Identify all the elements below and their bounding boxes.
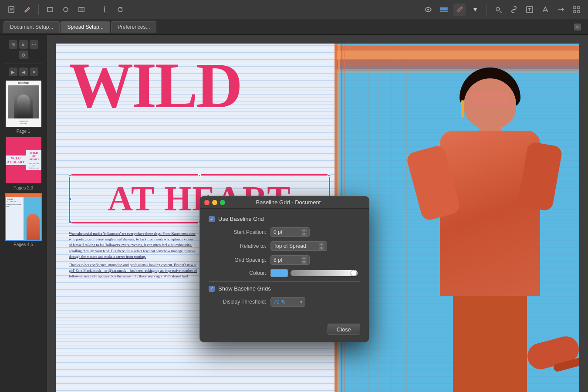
- sidebar-thumbnails: ⊞ ≡ ⋯ ⚙ ▶ ◀ ✕ FEINDRE DESIGNER: [0, 35, 47, 392]
- sidebar-tool-options[interactable]: ⋯: [30, 40, 38, 49]
- arrow-icon[interactable]: [555, 3, 567, 16]
- start-position-stepper[interactable]: ▲ ▼: [301, 229, 307, 236]
- dialog-divider-1: [209, 281, 360, 282]
- tab-preferences[interactable]: Preferences...: [111, 21, 157, 33]
- start-position-input[interactable]: 0 pt ▲ ▼: [270, 227, 310, 237]
- link-icon[interactable]: [508, 3, 520, 16]
- dropdown-arrow-icon: ▾: [300, 300, 302, 304]
- document-icon[interactable]: [5, 3, 17, 16]
- grid-spacing-input[interactable]: 8 pt ▲ ▼: [270, 255, 310, 265]
- thumb-page1-content: FEINDRE DESIGNER SPECIAL: [6, 81, 41, 127]
- path-icon[interactable]: [539, 3, 551, 16]
- thumb-wrapper-pages23: WILDAT HEART Text text text texttext tex…: [5, 136, 42, 184]
- stepper-down[interactable]: ▼: [301, 233, 307, 236]
- relative-to-stepper-down[interactable]: ▼: [319, 247, 324, 250]
- grid-spacing-row: Grid Spacing: 8 pt ▲ ▼: [209, 255, 360, 265]
- annotate-dropdown-icon[interactable]: ▾: [469, 3, 481, 16]
- relative-to-row: Relative to: Top of Spread ▲ ▼: [209, 241, 360, 251]
- relative-to-stepper[interactable]: ▲ ▼: [319, 243, 324, 250]
- show-baseline-grids-row: ✓ Show Baseline Grids: [209, 285, 360, 292]
- sidebar-tool-list[interactable]: ≡: [19, 40, 28, 49]
- svg-point-4: [104, 6, 105, 7]
- opacity-slider[interactable]: [291, 270, 358, 276]
- sidebar-tool-2c[interactable]: ✕: [30, 68, 38, 76]
- sidebar-tool-2b[interactable]: ◀: [19, 68, 28, 76]
- selection-handle-tm[interactable]: [198, 174, 201, 177]
- svg-rect-6: [440, 7, 448, 9]
- svg-point-5: [427, 9, 429, 10]
- vline-10: [406, 44, 407, 392]
- panel-options-icon[interactable]: ≡: [574, 24, 581, 30]
- selection-handle-tl[interactable]: [69, 174, 71, 177]
- display-threshold-label: Display Threshold:: [218, 299, 266, 305]
- relative-to-dropdown[interactable]: Top of Spread ▲ ▼: [270, 241, 327, 251]
- earring: [461, 100, 464, 118]
- thumb-orange-top: [6, 194, 41, 197]
- grid-spacing-stepper-up[interactable]: ▲: [301, 257, 307, 260]
- thumb-label-pages45: Pages 4,5: [14, 242, 33, 247]
- dialog-body: ✓ Use Baseline Grid Start Position: 0 pt…: [200, 209, 369, 320]
- eraser-icon[interactable]: [21, 3, 33, 16]
- person-arm-right: [517, 141, 563, 212]
- close-button-red[interactable]: [204, 200, 210, 205]
- thumbnail-pages45[interactable]: WILDAT HEART Lorem ipsum text content he…: [4, 193, 43, 247]
- thumb-brand: FEINDRE: [7, 82, 40, 84]
- rotate-icon[interactable]: [114, 3, 126, 16]
- selection-handle-bl[interactable]: [69, 221, 71, 223]
- colour-row: Colour:: [209, 269, 360, 277]
- person-arm-left: [406, 144, 461, 222]
- svg-rect-7: [440, 9, 448, 10]
- rectangle-icon[interactable]: [44, 3, 56, 16]
- thumbnail-page1[interactable]: FEINDRE DESIGNER SPECIAL Page 1: [4, 80, 43, 134]
- selection-handle-tr[interactable]: [328, 174, 330, 177]
- cross-icon[interactable]: [75, 3, 88, 16]
- selection-handle-ml[interactable]: [69, 198, 71, 200]
- relative-to-stepper-up[interactable]: ▲: [319, 243, 324, 246]
- svg-rect-12: [578, 7, 580, 9]
- tab-bar: Document Setup... Spread Setup... Prefer…: [0, 19, 588, 35]
- sidebar-tool-2a[interactable]: ▶: [9, 68, 17, 76]
- text-frame-icon[interactable]: [524, 3, 536, 16]
- grid-icon[interactable]: [571, 3, 583, 16]
- thumb-label-pages23: Pages 2,3: [14, 186, 33, 190]
- svg-rect-11: [574, 7, 576, 9]
- show-baseline-grids-label: Show Baseline Grids: [218, 285, 271, 292]
- tab-spread-setup[interactable]: Spread Setup...: [61, 21, 110, 33]
- grid-spacing-stepper[interactable]: ▲ ▼: [301, 257, 307, 264]
- use-baseline-grid-checkbox[interactable]: ✓: [209, 216, 215, 222]
- close-dialog-button[interactable]: Close: [328, 324, 360, 335]
- show-baseline-grids-checkbox[interactable]: ✓: [209, 286, 215, 292]
- grid-spacing-value: 8 pt: [274, 257, 282, 263]
- circle-icon[interactable]: [60, 3, 72, 16]
- layers-icon[interactable]: [438, 3, 450, 16]
- vline-8: [378, 44, 378, 392]
- headline-wild: WILD: [69, 57, 330, 115]
- sidebar-tool-settings[interactable]: ⚙: [19, 51, 28, 59]
- colour-swatch[interactable]: [270, 269, 288, 277]
- grid-spacing-stepper-down[interactable]: ▼: [301, 260, 307, 264]
- stepper-up[interactable]: ▲: [301, 229, 307, 232]
- pen-icon[interactable]: [98, 3, 111, 16]
- tab-document-setup[interactable]: Document Setup...: [3, 21, 60, 33]
- opacity-thumb[interactable]: [351, 270, 357, 276]
- dialog-footer: Close: [200, 320, 369, 342]
- zoom-icon[interactable]: [492, 3, 504, 16]
- model-person: [414, 44, 566, 392]
- toolbar-separator-1: [38, 4, 39, 15]
- body-col-1: Wannabe social media 'influencers' are e…: [69, 231, 197, 279]
- svg-rect-8: [440, 11, 448, 12]
- use-baseline-grid-label: Use Baseline Grid: [218, 216, 264, 222]
- sunglasses: [470, 94, 510, 103]
- sidebar-tool-grid[interactable]: ⊞: [9, 40, 17, 49]
- top-toolbar: ▾: [0, 0, 588, 19]
- start-position-value: 0 pt: [274, 229, 282, 235]
- svg-rect-1: [47, 7, 53, 12]
- annotate-icon[interactable]: [453, 3, 466, 16]
- start-position-row: Start Position: 0 pt ▲ ▼: [209, 227, 360, 237]
- colour-label: Colour:: [218, 270, 266, 276]
- thumbnail-pages23[interactable]: WILDAT HEART Text text text texttext tex…: [4, 136, 43, 190]
- display-threshold-dropdown[interactable]: 70 % ▾: [270, 297, 305, 307]
- baseline-grid-dialog[interactable]: Baseline Grid - Document ✓ Use Baseline …: [199, 196, 369, 342]
- toolbar-separator-2: [93, 4, 93, 15]
- view-icon[interactable]: [422, 3, 434, 16]
